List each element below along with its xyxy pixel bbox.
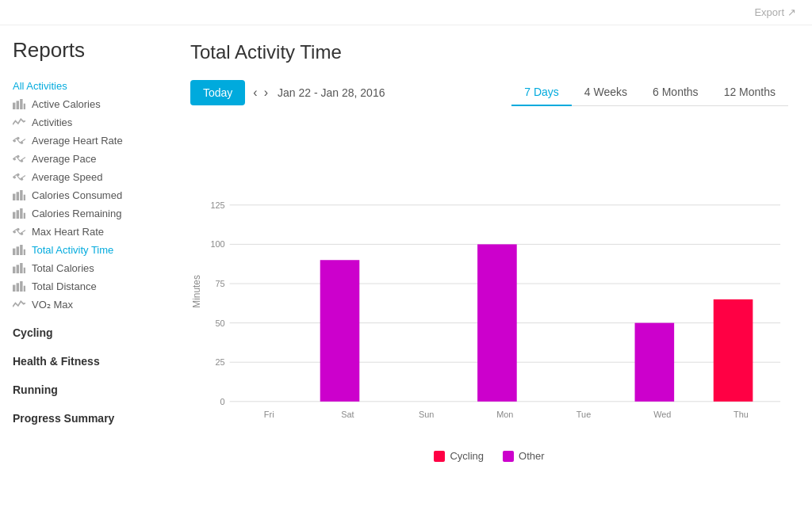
sidebar-item-total-distance[interactable]: Total Distance [13, 277, 167, 296]
svg-rect-0 [13, 102, 15, 109]
today-button[interactable]: Today [190, 80, 245, 105]
bar-icon [13, 281, 25, 292]
sidebar: Reports All Activities Active CaloriesAc… [0, 25, 167, 527]
svg-text:Wed: Wed [653, 410, 671, 419]
svg-rect-18 [17, 210, 19, 219]
tab-4-weeks[interactable]: 4 Weeks [572, 79, 640, 106]
svg-rect-16 [24, 194, 25, 200]
svg-text:125: 125 [210, 200, 224, 210]
prev-arrow[interactable]: ‹ [253, 86, 257, 100]
svg-rect-15 [20, 190, 22, 201]
bar-icon [13, 245, 25, 256]
export-button[interactable]: Export ↗ [754, 6, 796, 18]
legend-color-swatch [503, 451, 514, 462]
sidebar-item-label: Average Pace [32, 153, 96, 165]
svg-rect-31 [24, 267, 25, 273]
svg-rect-24 [13, 248, 15, 255]
sidebar-item-label: Calories Consumed [32, 189, 122, 201]
legend-item-cycling: Cycling [434, 450, 484, 462]
main-content: Total Activity Time Today ‹ › Jan 22 - J… [167, 25, 812, 527]
svg-rect-26 [20, 245, 22, 256]
tab-12-months[interactable]: 12 Months [711, 79, 788, 106]
chart-area: Minutes 125 100 75 50 25 0 Fri [190, 125, 788, 442]
sidebar-item-average-pace[interactable]: Average Pace [13, 150, 167, 168]
svg-text:0: 0 [220, 397, 225, 406]
sidebar-group-cycling[interactable]: Cycling [13, 323, 167, 342]
sidebar-groups: CyclingHealth & FitnessRunningProgress S… [13, 323, 167, 428]
tab-7-days[interactable]: 7 Days [511, 79, 572, 106]
svg-rect-20 [24, 212, 25, 219]
svg-rect-29 [17, 265, 19, 273]
svg-rect-28 [13, 266, 15, 273]
sidebar-group-health-&-fitness[interactable]: Health & Fitness [13, 352, 167, 371]
svg-text:Mon: Mon [496, 410, 513, 419]
sidebar-item-max-heart-rate[interactable]: Max Heart Rate [13, 223, 167, 241]
bar-thu [714, 299, 753, 402]
legend: CyclingOther [190, 450, 788, 462]
sidebar-item-label: Average Speed [32, 171, 102, 183]
svg-text:100: 100 [210, 239, 224, 249]
all-activities-label: All Activities [13, 80, 67, 92]
svg-rect-34 [20, 281, 22, 292]
svg-text:50: 50 [216, 318, 225, 328]
svg-text:Sun: Sun [419, 410, 434, 419]
svg-rect-13 [13, 193, 15, 200]
sidebar-item-label: Total Calories [32, 262, 94, 274]
sidebar-item-label: Activities [32, 116, 72, 128]
svg-rect-35 [24, 285, 25, 292]
sidebar-item-average-heart-rate[interactable]: Average Heart Rate [13, 132, 167, 150]
sidebar-item-calories-consumed[interactable]: Calories Consumed [13, 186, 167, 204]
svg-text:Thu: Thu [733, 410, 749, 419]
svg-text:Sat: Sat [341, 410, 354, 419]
bar-mon [477, 244, 517, 401]
svg-text:25: 25 [216, 357, 225, 367]
svg-rect-3 [24, 103, 25, 109]
sidebar-item-all-activities[interactable]: All Activities [13, 77, 167, 95]
bar-wed [635, 323, 675, 402]
sidebar-item-label: Calories Remaining [32, 208, 121, 219]
svg-text:Fri: Fri [264, 410, 274, 419]
bar-sat [320, 260, 360, 402]
sidebar-group-progress-summary[interactable]: Progress Summary [13, 409, 167, 428]
sidebar-item-vo₂-max[interactable]: VO₂ Max [13, 296, 167, 314]
sidebar-title: Reports [13, 38, 167, 63]
svg-rect-32 [13, 284, 15, 292]
nav-arrows[interactable]: ‹ › [253, 86, 268, 100]
time-tabs: 7 Days4 Weeks6 Months12 Months [511, 79, 788, 106]
bar-icon [13, 263, 25, 274]
svg-rect-17 [13, 212, 15, 219]
svg-text:Minutes: Minutes [191, 275, 202, 308]
wave-icon [13, 117, 25, 128]
sidebar-item-label: VO₂ Max [32, 299, 73, 311]
svg-rect-14 [17, 192, 19, 200]
dot-icon [13, 172, 25, 183]
dot-icon [13, 227, 25, 238]
legend-color-swatch [434, 451, 445, 462]
sidebar-item-total-calories[interactable]: Total Calories [13, 259, 167, 277]
bar-icon [13, 190, 25, 201]
svg-rect-30 [20, 263, 22, 274]
sidebar-item-total-activity-time[interactable]: Total Activity Time [13, 241, 167, 259]
tab-6-months[interactable]: 6 Months [640, 79, 711, 106]
date-range: Jan 22 - Jan 28, 2016 [278, 86, 385, 99]
sidebar-item-label: Total Activity Time [32, 244, 113, 256]
sidebar-item-average-speed[interactable]: Average Speed [13, 168, 167, 186]
sidebar-item-activities[interactable]: Activities [13, 113, 167, 132]
sidebar-item-active-calories[interactable]: Active Calories [13, 95, 167, 113]
dot-icon [13, 154, 25, 165]
legend-label: Cycling [450, 450, 484, 462]
legend-label: Other [519, 450, 545, 462]
svg-rect-1 [17, 101, 19, 109]
sidebar-item-calories-remaining[interactable]: Calories Remaining [13, 204, 167, 223]
bar-icon [13, 99, 25, 110]
svg-rect-27 [24, 249, 25, 255]
sidebar-item-label: Max Heart Rate [32, 226, 104, 238]
svg-rect-33 [17, 283, 19, 292]
sidebar-group-running[interactable]: Running [13, 380, 167, 399]
sidebar-item-label: Total Distance [32, 280, 97, 292]
export-label: Export [754, 6, 784, 18]
svg-rect-2 [20, 99, 22, 110]
svg-rect-19 [20, 208, 22, 219]
next-arrow[interactable]: › [264, 86, 268, 100]
svg-text:75: 75 [216, 279, 225, 288]
